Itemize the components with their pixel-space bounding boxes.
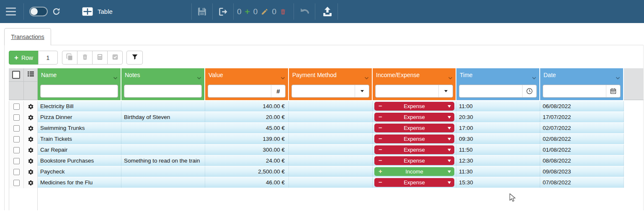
- cell-name[interactable]: Bookstore Purchases: [38, 155, 121, 166]
- export-icon[interactable]: [217, 6, 228, 17]
- filter-input-notes[interactable]: [124, 85, 201, 97]
- cell-date[interactable]: 06/08/2022: [540, 101, 624, 111]
- row-select-cell[interactable]: [9, 101, 24, 112]
- cell-date[interactable]: 02/08/2022: [540, 134, 624, 144]
- cell-notes[interactable]: [121, 145, 205, 155]
- row-menu-cell[interactable]: [24, 112, 38, 123]
- cell-time[interactable]: 11:00: [456, 101, 540, 111]
- cell-value[interactable]: 300.00 €: [205, 145, 289, 155]
- select-all-checkbox[interactable]: [12, 71, 20, 79]
- cell-time[interactable]: 11:50: [456, 145, 540, 155]
- row-checkbox[interactable]: [13, 169, 20, 175]
- sort-chevron-icon[interactable]: [113, 74, 118, 81]
- cell-time[interactable]: 15:30: [456, 177, 540, 188]
- cell-date[interactable]: 02/07/2022: [540, 123, 624, 133]
- undo-icon[interactable]: [299, 6, 310, 18]
- income-expense-badge[interactable]: −Expense: [374, 124, 454, 132]
- row-select-cell[interactable]: [9, 166, 24, 177]
- row-select-cell[interactable]: [9, 177, 24, 188]
- cell-payment_method[interactable]: [289, 101, 373, 111]
- filter-input-income_expense[interactable]: [376, 85, 438, 97]
- cell-date[interactable]: 08/08/2022: [540, 155, 624, 166]
- income-expense-badge[interactable]: −Expense: [374, 178, 454, 187]
- sort-chevron-icon[interactable]: [532, 74, 536, 81]
- cell-notes[interactable]: Something to read on the train: [121, 155, 205, 166]
- select-caret-icon[interactable]: [438, 85, 453, 97]
- sort-chevron-icon[interactable]: [616, 74, 620, 81]
- income-expense-badge[interactable]: −Expense: [374, 156, 454, 165]
- row-checkbox[interactable]: [13, 136, 20, 142]
- row-menu-cell[interactable]: [24, 123, 38, 134]
- filter-input-value[interactable]: [208, 85, 271, 97]
- cell-date[interactable]: 09/08/2023: [540, 166, 624, 177]
- tab-transactions[interactable]: Transactions: [4, 28, 51, 45]
- column-header-income_expense[interactable]: Income/Expense: [373, 68, 456, 82]
- cell-date[interactable]: 17/07/2022: [540, 112, 624, 122]
- row-checkbox[interactable]: [13, 158, 20, 164]
- cell-payment_method[interactable]: [289, 123, 373, 133]
- filter-input-date[interactable]: [543, 85, 606, 97]
- row-menu-cell[interactable]: [24, 145, 38, 155]
- filter-input-time[interactable]: [459, 85, 522, 97]
- cell-name[interactable]: Car Repair: [38, 145, 121, 155]
- cell-value[interactable]: 46.00 €: [205, 177, 289, 188]
- cell-name[interactable]: Electricity Bill: [38, 101, 121, 111]
- sort-chevron-icon[interactable]: [448, 74, 453, 81]
- column-header-name[interactable]: Name: [38, 68, 121, 82]
- row-select-cell[interactable]: [9, 123, 24, 134]
- cell-payment_method[interactable]: [289, 155, 373, 166]
- cell-name[interactable]: Train Tickets: [38, 134, 121, 144]
- upload-icon[interactable]: [322, 5, 333, 17]
- income-expense-badge[interactable]: −Expense: [374, 113, 454, 122]
- cell-time[interactable]: 17:00: [456, 123, 540, 133]
- sort-chevron-icon[interactable]: [364, 74, 369, 81]
- delete-rows-button[interactable]: [77, 51, 93, 65]
- column-header-payment_method[interactable]: Payment Method: [289, 68, 373, 82]
- row-select-cell[interactable]: [9, 134, 24, 145]
- mode-toggle[interactable]: [29, 7, 48, 16]
- calendar-icon[interactable]: [606, 85, 620, 97]
- cell-name[interactable]: Medicines for the Flu: [38, 177, 121, 188]
- row-checkbox[interactable]: [13, 103, 20, 110]
- row-menu-cell[interactable]: [24, 166, 38, 177]
- filter-input-payment_method[interactable]: [292, 85, 355, 97]
- cell-value[interactable]: 45.00 €: [205, 123, 289, 133]
- row-menu-cell[interactable]: [24, 155, 38, 166]
- cell-value[interactable]: 140.00 €: [205, 101, 289, 111]
- cell-date[interactable]: 07/08/2022: [540, 177, 624, 188]
- column-header-time[interactable]: Time: [456, 68, 540, 82]
- cell-name[interactable]: Pizza Dinner: [38, 112, 121, 122]
- cell-notes[interactable]: [121, 134, 205, 144]
- row-checkbox[interactable]: [13, 114, 20, 121]
- income-expense-badge[interactable]: −Expense: [374, 102, 454, 111]
- row-select-cell[interactable]: [9, 112, 24, 123]
- sort-chevron-icon[interactable]: [281, 74, 285, 81]
- column-header-notes[interactable]: Notes: [121, 68, 205, 82]
- calculate-button[interactable]: [92, 51, 108, 65]
- select-caret-icon[interactable]: [355, 85, 369, 97]
- sort-chevron-icon[interactable]: [197, 74, 201, 81]
- cell-value[interactable]: 24.00 €: [205, 155, 289, 166]
- cell-name[interactable]: Paycheck: [38, 166, 121, 177]
- cell-name[interactable]: Swimming Trunks: [38, 123, 121, 133]
- filter-input-name[interactable]: [41, 85, 118, 97]
- cell-value[interactable]: 20.00 €: [205, 112, 289, 122]
- cell-notes[interactable]: [121, 123, 205, 133]
- cell-time[interactable]: 12:30: [456, 155, 540, 166]
- cell-payment_method[interactable]: [289, 112, 373, 122]
- cell-notes[interactable]: [121, 101, 205, 111]
- row-checkbox[interactable]: [13, 180, 20, 186]
- row-menu-cell[interactable]: [24, 101, 38, 112]
- cell-notes[interactable]: [121, 177, 205, 188]
- filter-button[interactable]: [126, 51, 143, 65]
- cell-date[interactable]: 01/08/2022: [540, 145, 624, 155]
- refresh-icon[interactable]: [52, 7, 61, 16]
- income-expense-badge[interactable]: +Income: [374, 167, 454, 176]
- row-menu-cell[interactable]: [24, 177, 38, 188]
- cell-payment_method[interactable]: [289, 134, 373, 144]
- clock-icon[interactable]: [522, 85, 536, 97]
- income-expense-badge[interactable]: −Expense: [374, 145, 454, 154]
- add-row-button[interactable]: + Row: [9, 51, 39, 65]
- copy-rows-button[interactable]: [62, 51, 77, 65]
- row-select-cell[interactable]: [9, 155, 24, 166]
